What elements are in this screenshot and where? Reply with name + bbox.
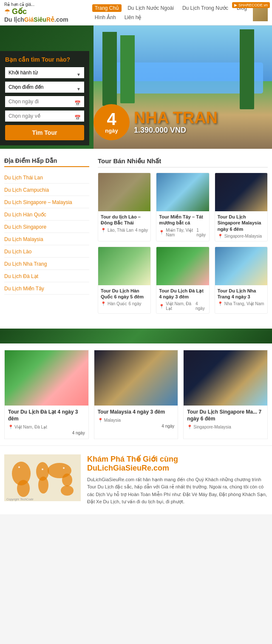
tour-title-5: Tour Du Lịch Đà Lạt 4 ngày 3 đêm <box>159 288 206 300</box>
sidebar-list: Du Lịch Thái Lan Du Lịch Campuchia Du Lị… <box>4 171 89 295</box>
tour-duration-2: 1 ngày <box>196 228 206 237</box>
list-item[interactable]: Du Lịch Malaysia <box>4 233 89 245</box>
tour-location-1: Lào, Thái Lan <box>108 228 133 233</box>
date-from-input[interactable] <box>5 96 84 107</box>
sidebar-link-singmal[interactable]: Du Lịch Singapore – Malaysia <box>4 199 72 205</box>
logo-name: Gốc <box>12 7 27 16</box>
nav-hinhanh[interactable]: Hình Ảnh <box>92 14 119 21</box>
tour-title-6: Tour Du Lịch Nha Trang 4 ngày 3 <box>218 288 265 300</box>
hero-section: 4 ngày NHA TRAN 1.390.000 VND Bạn cần tì… <box>0 26 272 149</box>
departure-select[interactable]: Khởi hành từ <box>5 67 84 78</box>
tour-card-1[interactable]: Tour du lịch Lào – Đông Bắc Thái 📍 Lào, … <box>98 173 151 241</box>
tour-meta-1: 📍 Lào, Thái Lan 4 ngày <box>101 228 148 233</box>
logo-full: Du lịchGiáSiêuRẻ.com <box>4 16 68 23</box>
pin-icon-1: 📍 <box>101 228 106 233</box>
tour-img-1 <box>98 173 150 211</box>
tours-section: Tour Bán Nhiều Nhất Tour du lịch Lào – Đ… <box>98 157 268 320</box>
sidebar-link-nhatrang[interactable]: Du Lịch Nha Trang <box>4 261 47 267</box>
tour-duration-4: 6 ngày <box>128 301 141 306</box>
featured-location-1: Việt Nam, Đà Lạt <box>14 425 47 429</box>
list-item[interactable]: Du Lịch Singapore – Malaysia <box>4 196 89 208</box>
featured-location-2: Malaysia <box>104 418 121 423</box>
nav-trangchu[interactable]: Trang Chủ <box>92 4 122 12</box>
sidebar-link-korea[interactable]: Du Lịch Hàn Quốc <box>4 212 46 218</box>
tour-card-6[interactable]: Tour Du Lịch Nha Trang 4 ngày 3 📍 Nha Tr… <box>215 247 268 314</box>
featured-img-2 <box>94 350 178 406</box>
nav-area: Trang Chủ Du Lịch Nước Ngoài Du Lịch Tro… <box>92 4 249 21</box>
search-button[interactable]: Tìm Tour <box>5 125 84 140</box>
tour-title-4: Tour Du Lịch Hàn Quốc 6 ngày 5 đêm <box>101 288 148 300</box>
sharecode-icon: ▶ <box>234 3 237 7</box>
pin-icon-f1: 📍 <box>8 425 13 429</box>
search-title-highlight: Tour <box>42 56 54 63</box>
featured-body-1: Tour Du Lịch Đà Lạt 4 ngày 3 đêm 📍 Việt … <box>5 406 88 438</box>
tour-img-4 <box>98 247 150 285</box>
featured-body-3: Tour Du Lịch Singapore Ma... 7 ngày 6 đê… <box>184 406 267 432</box>
sidebar-link-malaysia[interactable]: Du Lịch Malaysia <box>4 236 43 242</box>
featured-card-1[interactable]: Tour Du Lịch Đà Lạt 4 ngày 3 đêm 📍 Việt … <box>4 350 89 439</box>
tour-body-1: Tour du lịch Lào – Đông Bắc Thái 📍 Lào, … <box>98 211 150 235</box>
sidebar-link-laos[interactable]: Du Lịch Lào <box>4 249 31 255</box>
featured-meta-1: 📍 Việt Nam, Đà Lạt <box>8 425 85 429</box>
list-item[interactable]: Du Lịch Campuchia <box>4 184 89 196</box>
destination-select[interactable]: Chọn điểm đến <box>5 82 84 93</box>
sidebar-link-mientay[interactable]: Du Lịch Miền Tây <box>4 286 44 292</box>
list-item[interactable]: Du Lịch Miền Tây <box>4 282 89 295</box>
tour-location-3: Singapore-Malaysia <box>224 234 262 238</box>
svg-point-6 <box>62 474 72 486</box>
nav-lienhe[interactable]: Liên hệ <box>122 14 144 21</box>
sidebar-link-thailand[interactable]: Du Lịch Thái Lan <box>4 175 43 181</box>
calendar-to-icon: 📅 <box>74 115 81 121</box>
pin-icon-6: 📍 <box>218 301 223 306</box>
nav-bottom-row: Hình Ảnh Liên hệ <box>92 14 249 21</box>
tour-img-2 <box>156 173 209 211</box>
tour-img-6 <box>215 247 267 285</box>
tour-meta-4: 📍 Hàn Quốc 6 ngày <box>101 301 148 306</box>
nav-trongnuoc[interactable]: Du Lịch Trong Nước <box>180 4 231 12</box>
featured-title-1: Tour Du Lịch Đà Lạt 4 ngày 3 đêm <box>8 409 85 422</box>
search-panel: Bạn cần tìm Tour nào? Khởi hành từ ▼ Chọ… <box>0 51 89 145</box>
tour-img-5 <box>156 247 209 285</box>
pin-icon-2: 📍 <box>159 230 164 235</box>
tour-body-6: Tour Du Lịch Nha Trang 4 ngày 3 📍 Nha Tr… <box>215 285 267 309</box>
tour-duration-1: 4 ngày <box>135 228 148 233</box>
destination-select-wrap: Chọn điểm đến ▼ <box>5 82 84 96</box>
sidebar-link-dalat[interactable]: Du Lịch Đà Lạt <box>4 273 38 279</box>
tour-meta-2: 📍 Miền Tây, Việt Nam 1 ngày <box>159 228 206 237</box>
featured-card-3[interactable]: Tour Du Lịch Singapore Ma... 7 ngày 6 đê… <box>183 350 268 439</box>
date-to-input[interactable] <box>5 111 84 122</box>
tour-body-5: Tour Du Lịch Đà Lạt 4 ngày 3 đêm 📍 Việt … <box>156 285 209 314</box>
tour-meta-3: 📍 Singapore-Malaysia <box>218 234 265 238</box>
date-to-wrap: 📅 <box>5 111 84 125</box>
hero-badge-text: ngày <box>105 128 118 134</box>
sidebar-link-cambodia[interactable]: Du Lịch Campuchia <box>4 187 49 193</box>
list-item[interactable]: Du Lịch Lào <box>4 245 89 258</box>
nav-nuocngoai[interactable]: Du Lịch Nước Ngoài <box>125 4 176 12</box>
nav-top-row: Trang Chủ Du Lịch Nước Ngoài Du Lịch Tro… <box>92 4 249 12</box>
featured-meta-2: 📍 Malaysia <box>98 418 175 423</box>
tour-grid: Tour du lịch Lào – Đông Bắc Thái 📍 Lào, … <box>98 173 268 314</box>
list-item[interactable]: Du Lịch Đà Lạt <box>4 270 89 282</box>
tour-card-3[interactable]: Tour Du Lịch Singapore Malaysia ngày 6 đ… <box>215 173 268 241</box>
tour-body-4: Tour Du Lịch Hàn Quốc 6 ngày 5 đêm 📍 Hàn… <box>98 285 150 309</box>
svg-point-8 <box>18 466 20 468</box>
hero-title: NHA TRAN <box>134 110 218 126</box>
content-section: Địa Điểm Hấp Dẫn Du Lịch Thái Lan Du Lịc… <box>0 149 272 329</box>
featured-title-2: Tour Malaysia 4 ngày 3 đêm <box>98 409 175 416</box>
tour-card-4[interactable]: Tour Du Lịch Hàn Quốc 6 ngày 5 đêm 📍 Hàn… <box>98 247 151 314</box>
hero-tree2 <box>120 35 135 103</box>
main-content: Địa Điểm Hấp Dẫn Du Lịch Thái Lan Du Lịc… <box>0 149 272 514</box>
sharecode-badge: ▶ SHARECODE.vn <box>232 2 270 8</box>
tour-title-1: Tour du lịch Lào – Đông Bắc Thái <box>101 214 148 226</box>
list-item[interactable]: Du Lịch Thái Lan <box>4 171 89 184</box>
tour-card-2[interactable]: Tour Miền Tây – Tát mương bắt cá 📍 Miền … <box>156 173 209 241</box>
list-item[interactable]: Du Lịch Nha Trang <box>4 258 89 270</box>
tour-card-5[interactable]: Tour Du Lịch Đà Lạt 4 ngày 3 đêm 📍 Việt … <box>156 247 209 314</box>
list-item[interactable]: Du Lịch Singapore <box>4 221 89 233</box>
featured-card-2[interactable]: Tour Malaysia 4 ngày 3 đêm 📍 Malaysia 4 … <box>94 350 178 439</box>
svg-point-7 <box>61 485 74 496</box>
hero-cta: 4 ngày NHA TRAN 1.390.000 VND <box>94 104 218 140</box>
list-item[interactable]: Du Lịch Hàn Quốc <box>4 208 89 221</box>
bottom-text: Khám Phá Thế Giới cùng DuLichGiaSieuRe.c… <box>87 454 268 506</box>
sidebar-link-singapore[interactable]: Du Lịch Singapore <box>4 224 46 230</box>
